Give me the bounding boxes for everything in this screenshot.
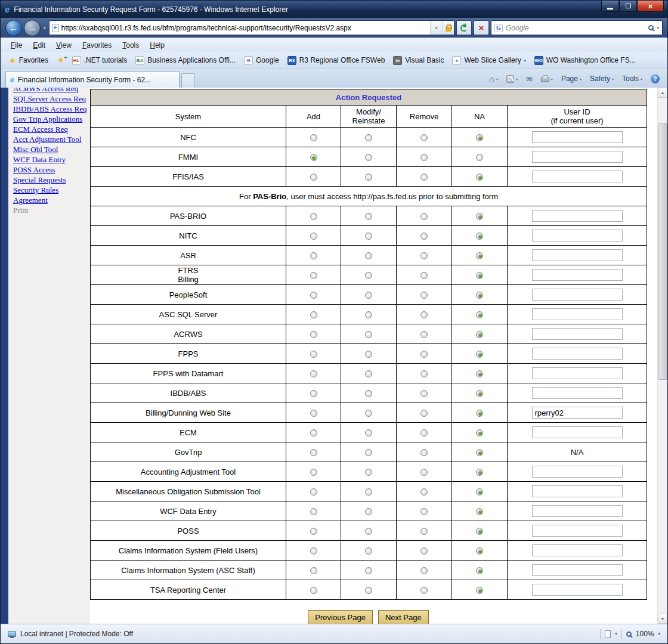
user-id-input[interactable] — [532, 328, 623, 340]
maximize-button[interactable] — [619, 1, 637, 12]
modify-radio[interactable] — [365, 390, 372, 397]
recent-pages-dropdown[interactable]: ▾ — [42, 26, 47, 30]
remove-radio[interactable] — [420, 469, 428, 476]
user-id-input[interactable] — [532, 269, 623, 281]
add-radio[interactable] — [310, 174, 317, 181]
remove-radio[interactable] — [420, 174, 428, 181]
add-radio[interactable] — [310, 233, 317, 240]
security-lock-button[interactable] — [442, 21, 454, 35]
modify-radio[interactable] — [365, 429, 372, 436]
add-radio[interactable] — [310, 351, 317, 358]
remove-radio[interactable] — [420, 547, 428, 555]
add-radio[interactable] — [310, 429, 317, 436]
remove-radio[interactable] — [420, 488, 428, 496]
search-box[interactable]: G Google ▾ — [491, 20, 663, 35]
na-radio[interactable] — [476, 528, 483, 535]
add-radio[interactable] — [310, 213, 317, 220]
add-radio[interactable] — [310, 272, 317, 279]
na-radio[interactable] — [476, 370, 483, 377]
modify-radio[interactable] — [365, 174, 372, 181]
user-id-input[interactable] — [532, 525, 623, 537]
na-radio[interactable] — [476, 429, 483, 436]
modify-radio[interactable] — [365, 311, 372, 318]
sidebar-link[interactable]: Misc Obl Tool — [13, 144, 90, 154]
sidebar-link[interactable]: ECM Access Req — [13, 124, 90, 134]
help-button[interactable]: ? — [648, 73, 663, 85]
user-id-input[interactable] — [532, 210, 623, 222]
home-button[interactable]: ⌂▾ — [486, 73, 501, 85]
previous-page-button[interactable]: Previous Page — [308, 610, 373, 624]
remove-radio[interactable] — [420, 449, 428, 456]
remove-radio[interactable] — [420, 410, 428, 417]
na-radio[interactable] — [476, 351, 483, 358]
sidebar-link[interactable]: Gov Trip Applications — [13, 114, 90, 124]
add-radio[interactable] — [310, 331, 317, 338]
na-radio[interactable] — [476, 390, 483, 397]
add-radio[interactable] — [310, 252, 317, 259]
na-radio[interactable] — [476, 292, 483, 299]
na-radio[interactable] — [476, 154, 483, 161]
user-id-input[interactable] — [532, 308, 623, 320]
remove-radio[interactable] — [420, 587, 428, 594]
modify-radio[interactable] — [365, 292, 372, 299]
favorites-button[interactable]: ★ Favorites — [4, 55, 54, 66]
new-tab-button[interactable] — [181, 73, 194, 88]
user-id-input[interactable] — [532, 426, 623, 438]
modify-radio[interactable] — [365, 410, 372, 417]
modify-radio[interactable] — [365, 508, 372, 515]
remove-radio[interactable] — [420, 331, 428, 338]
user-id-input[interactable] — [532, 505, 623, 517]
add-favorite-button[interactable]: ★+ — [54, 55, 68, 66]
modify-radio[interactable] — [365, 567, 372, 574]
sidebar-link[interactable]: WCF Data Entry — [13, 154, 90, 165]
user-id-input[interactable] — [532, 151, 623, 163]
remove-radio[interactable] — [420, 390, 428, 397]
tab-active[interactable]: e Financial Information Security Form - … — [5, 71, 180, 88]
remove-radio[interactable] — [420, 213, 428, 220]
menu-edit[interactable]: Edit — [27, 39, 51, 51]
user-id-input[interactable] — [532, 387, 623, 399]
remove-radio[interactable] — [420, 528, 428, 535]
sidebar-link[interactable]: IBDB/ABS Access Req — [13, 104, 90, 114]
minimize-button[interactable] — [601, 1, 619, 12]
scroll-down-button[interactable]: ▼ — [658, 614, 667, 624]
remove-radio[interactable] — [420, 370, 428, 377]
remove-radio[interactable] — [420, 233, 428, 240]
add-radio[interactable] — [310, 410, 317, 417]
sidebar-link[interactable]: Agreement — [13, 195, 90, 205]
modify-radio[interactable] — [365, 154, 372, 161]
na-radio[interactable] — [476, 508, 483, 515]
search-options-dropdown[interactable]: ▾ — [657, 26, 659, 30]
zoom-dropdown[interactable]: ▾ — [658, 631, 660, 636]
modify-radio[interactable] — [365, 272, 372, 279]
address-dropdown-button[interactable]: ▾ — [430, 21, 442, 35]
favorite-link[interactable]: R3R3 Regional Office FSWeb — [283, 55, 389, 66]
address-bar[interactable]: e https://sxabqsql001.r3.fs.fed.us/bfm/p… — [49, 20, 454, 35]
modify-radio[interactable] — [365, 488, 372, 496]
menu-help[interactable]: Help — [144, 39, 170, 51]
add-radio[interactable] — [310, 154, 317, 161]
user-id-input[interactable] — [532, 367, 623, 379]
na-radio[interactable] — [476, 174, 483, 181]
modify-radio[interactable] — [365, 528, 372, 535]
user-id-input[interactable] — [532, 289, 623, 301]
modify-radio[interactable] — [365, 547, 372, 555]
na-radio[interactable] — [476, 547, 483, 555]
remove-radio[interactable] — [420, 154, 428, 161]
add-radio[interactable] — [310, 567, 317, 574]
modify-radio[interactable] — [365, 449, 372, 456]
na-radio[interactable] — [476, 587, 483, 594]
user-id-input[interactable] — [532, 584, 623, 596]
feeds-button[interactable]: ▾ — [503, 74, 521, 84]
add-radio[interactable] — [310, 469, 317, 476]
add-radio[interactable] — [310, 528, 317, 535]
remove-radio[interactable] — [420, 351, 428, 358]
remove-radio[interactable] — [420, 252, 428, 259]
remove-radio[interactable] — [420, 134, 428, 141]
page-menu-button[interactable]: Page▾ — [558, 73, 584, 84]
search-icon[interactable] — [648, 25, 654, 30]
remove-radio[interactable] — [420, 311, 428, 318]
back-button[interactable]: ← — [5, 20, 22, 36]
safety-menu-button[interactable]: Safety▾ — [587, 73, 617, 84]
na-radio[interactable] — [476, 252, 483, 259]
